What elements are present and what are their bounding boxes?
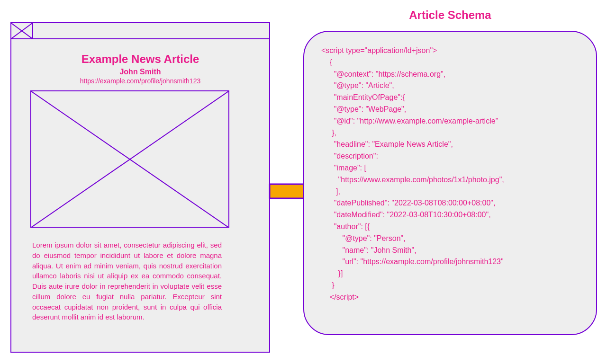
schema-line: "name": "John Smith", bbox=[321, 245, 579, 257]
schema-line: "@type": "Person", bbox=[321, 233, 579, 245]
schema-line: { bbox=[321, 57, 579, 69]
schema-line: "https://www.example.com/photos/1x1/phot… bbox=[321, 174, 579, 186]
schema-line: "image": [ bbox=[321, 162, 579, 174]
schema-line: "datePublished": "2022-03-08T08:00:00+08… bbox=[321, 197, 579, 209]
schema-line: } bbox=[321, 280, 579, 292]
article-title: Example News Article bbox=[32, 53, 248, 66]
schema-line: "@id": "http://www.example.com/example-a… bbox=[321, 115, 579, 127]
schema-line: "@context": "https://schema.org", bbox=[321, 69, 579, 80]
schema-line: "url": "https://example.com/profile/john… bbox=[321, 256, 579, 268]
close-icon bbox=[11, 23, 33, 38]
article-author-url: https://example.com/profile/johnsmith123 bbox=[32, 77, 248, 85]
browser-mockup: Example News Article John Smith https://… bbox=[10, 22, 270, 353]
article-body: Lorem ipsum dolor sit amet, consectetur … bbox=[32, 240, 222, 322]
schema-line: "headline": "Example News Article", bbox=[321, 139, 579, 151]
schema-line: "mainEntityOfPage":{ bbox=[321, 92, 579, 104]
schema-line: "author": [{ bbox=[321, 221, 579, 233]
article-content: Example News Article John Smith https://… bbox=[11, 39, 269, 322]
schema-line: "@type": "WebPage", bbox=[321, 104, 579, 115]
schema-line: ], bbox=[321, 186, 579, 198]
schema-title: Article Schema bbox=[303, 9, 597, 22]
schema-code-box: <script type="application/ld+json"> { "@… bbox=[303, 31, 597, 335]
schema-line: </script> bbox=[321, 292, 579, 303]
schema-line: }] bbox=[321, 268, 579, 280]
diagram-canvas: Example News Article John Smith https://… bbox=[0, 0, 607, 364]
schema-line: "@type": "Article", bbox=[321, 80, 579, 92]
schema-line: "dateModified": "2022-03-08T10:30:00+08:… bbox=[321, 209, 579, 221]
schema-line: }, bbox=[321, 127, 579, 139]
schema-line: "description": bbox=[321, 151, 579, 162]
browser-titlebar bbox=[11, 23, 269, 39]
image-placeholder bbox=[30, 90, 229, 228]
article-author: John Smith bbox=[32, 68, 248, 76]
schema-line: <script type="application/ld+json"> bbox=[321, 45, 579, 57]
